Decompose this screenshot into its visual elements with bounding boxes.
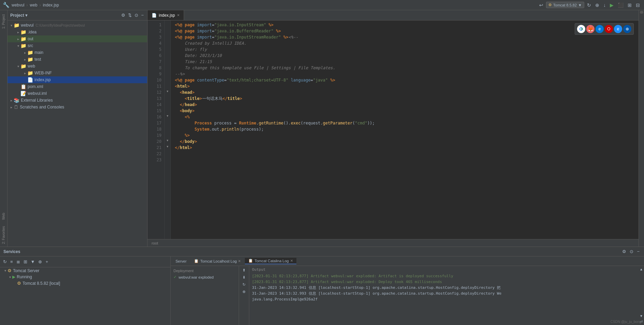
project-tree: ▾ 📁 webvul C:\Users\fly\IdeaProjects\web… xyxy=(8,20,147,247)
minimize-button[interactable]: ⊟ xyxy=(634,2,641,9)
svc-tab-localhost-log[interactable]: 📋 Tomcat Localhost Log ✕ xyxy=(191,258,244,264)
tree-item-src[interactable]: ▾ 📁 src xyxy=(8,42,147,49)
refresh-button[interactable]: ↻ xyxy=(586,2,592,9)
ln-10: 10 xyxy=(148,77,164,83)
tree-item-out[interactable]: ▸ 📁 out xyxy=(8,35,147,42)
vtab-favorites[interactable]: 2: Favorites xyxy=(1,223,6,247)
sidebar-close-btn[interactable]: − xyxy=(140,12,144,18)
tree-arrow-extlib[interactable]: ▸ xyxy=(9,99,14,102)
edge-icon[interactable]: ⊕ xyxy=(623,25,631,33)
fold-btn-21[interactable]: ▾ xyxy=(165,145,170,151)
tree-item-webinf[interactable]: ▸ 📁 WEB-INF xyxy=(8,70,147,76)
code-content[interactable]: <%@ page import="java.io.InputStream" %>… xyxy=(171,20,639,239)
back-button[interactable]: ↩ xyxy=(538,2,545,9)
svc-tab-catalina-log-close[interactable]: ✕ xyxy=(290,259,293,263)
titlebar-sep2: › xyxy=(39,3,41,8)
output-line-3: 31-Jan-2023 14:13:32.941 信息 [localhost-s… xyxy=(252,285,636,291)
svc-group-btn[interactable]: ⊞ xyxy=(23,258,28,265)
tree-item-extlib[interactable]: ▸ 📚 External Libraries xyxy=(8,97,147,104)
svc-tab-server[interactable]: Server xyxy=(172,258,190,264)
code-line-20: </body> xyxy=(175,138,639,145)
vtab-web[interactable]: Web xyxy=(1,210,6,222)
tree-arrow-webinf[interactable]: ▸ xyxy=(23,71,27,75)
deploy-up-btn[interactable]: ⬆ xyxy=(241,267,247,273)
ie-icon[interactable]: e xyxy=(614,25,622,33)
svc-arrow-tomcatserver[interactable]: ▾ xyxy=(3,269,8,272)
svc-tab-localhost-log-close[interactable]: ✕ xyxy=(238,259,241,263)
folder-icon-webvul: 📁 xyxy=(14,23,19,28)
tree-arrow-web[interactable]: ▾ xyxy=(16,64,20,68)
svc-list-btn[interactable]: ≡ xyxy=(9,258,14,265)
opera-icon[interactable]: O xyxy=(605,25,613,33)
tree-item-webvul[interactable]: ▾ 📁 webvul C:\Users\fly\IdeaProjects\web… xyxy=(8,22,147,29)
services-config-btn[interactable]: ⊙ xyxy=(629,248,634,255)
stop-button[interactable]: ⬛ xyxy=(616,2,625,9)
tree-arrow-scratches[interactable]: ▸ xyxy=(9,105,14,109)
services-title: Services xyxy=(3,249,20,254)
tree-item-test[interactable]: ▸ 📁 test xyxy=(8,56,147,63)
svc-add-btn[interactable]: + xyxy=(44,258,49,265)
scrollbar-thumb[interactable] xyxy=(640,11,643,14)
titlebar-project: webvul xyxy=(12,3,24,8)
output-scroll-down[interactable]: ▼ xyxy=(639,313,644,319)
services-close-btn[interactable]: − xyxy=(636,248,641,255)
sidebar-settings-btn[interactable]: ⚙ xyxy=(121,12,126,18)
code-line-1: <%@ page import="java.io.InputStream" %> xyxy=(175,22,639,28)
chrome-icon[interactable] xyxy=(577,25,585,33)
ln-8: 8 xyxy=(148,65,164,71)
tree-item-main[interactable]: ▸ 📁 main xyxy=(8,49,147,56)
tree-arrow-idea[interactable]: ▸ xyxy=(16,30,20,34)
folder-icon-out: 📁 xyxy=(20,36,26,42)
tree-arrow-test[interactable]: ▸ xyxy=(23,58,27,61)
fold-btn-12[interactable]: ▾ xyxy=(165,89,170,95)
edge-blue-icon[interactable]: e xyxy=(596,25,604,33)
tree-arrow-webvul[interactable]: ▾ xyxy=(9,24,14,27)
tree-item-scratches[interactable]: ▸ 🗒 Scratches and Consoles xyxy=(8,104,147,110)
titlebar-web: web xyxy=(30,3,37,8)
svc-item-tomcat8[interactable]: ⚙ Tomcat 8.5.82 [local] xyxy=(0,280,170,286)
tree-item-indexjsp[interactable]: 📄 index.jsp xyxy=(8,76,147,83)
services-settings-btn[interactable]: ⚙ xyxy=(621,248,627,255)
tree-item-pomxml[interactable]: 📋 pom.xml xyxy=(8,83,147,90)
editor-tab-indexjsp[interactable]: 📄 index.jsp ✕ xyxy=(148,10,184,20)
maximize-button[interactable]: ⊞ xyxy=(626,2,633,9)
running-icon: ▶ xyxy=(12,275,15,279)
code-line-14: </head> xyxy=(175,102,639,108)
svc-arrow-running[interactable]: ▾ xyxy=(8,275,12,279)
folder-icon-webinf: 📁 xyxy=(27,70,33,76)
tree-item-web[interactable]: ▾ 📁 web xyxy=(8,63,147,70)
firefox-icon[interactable]: 🦊 xyxy=(586,25,594,33)
tree-item-webvuliml[interactable]: 📝 webvul.iml xyxy=(8,90,147,97)
tomcat-selector[interactable]: ⚙ Tomcat 8.5.82 ▼ xyxy=(546,2,584,8)
tree-arrow-src[interactable]: ▾ xyxy=(16,44,20,48)
svc-restart-btn[interactable]: ↻ xyxy=(2,258,8,265)
add-config-button[interactable]: ⊕ xyxy=(594,2,601,9)
svc-filter-btn[interactable]: ▼ xyxy=(30,258,36,265)
deploy-down-btn[interactable]: ⬇ xyxy=(241,275,247,280)
vtab-project[interactable]: 1: Project xyxy=(1,12,6,31)
tab-close-indexjsp[interactable]: ✕ xyxy=(177,13,180,17)
deploy-check-icon: ✓ xyxy=(173,275,177,279)
svc-item-tomcatserver[interactable]: ▾ ⚙ Tomcat Server xyxy=(0,267,170,274)
run-button[interactable]: ▶ xyxy=(608,2,615,9)
svc-tab-catalina-log-label: Tomcat Catalina Log xyxy=(254,259,289,263)
sidebar-title: Project ▾ xyxy=(10,13,119,18)
sidebar-gear-btn[interactable]: ⊙ xyxy=(134,12,139,18)
download-button[interactable]: ↓ xyxy=(602,2,607,9)
output-line-2: [2023-01-31 02:13:23,877] Artifact webvu… xyxy=(252,279,636,285)
fold-btn-20[interactable]: ▾ xyxy=(165,138,170,145)
ln-2: 2 xyxy=(148,28,164,34)
deploy-refresh-btn[interactable]: ↻ xyxy=(241,282,247,287)
fold-btn-16[interactable]: ▾ xyxy=(165,114,170,120)
tree-arrow-out[interactable]: ▸ xyxy=(16,37,20,41)
svc-tab-catalina-log[interactable]: 📋 Tomcat Catalina Log ✕ xyxy=(245,258,296,264)
tree-label-scratches: Scratches and Consoles xyxy=(20,105,64,109)
deploy-action-btn[interactable]: ⊕ xyxy=(241,289,247,295)
svc-list2-btn[interactable]: ≣ xyxy=(15,258,21,265)
svc-item-running[interactable]: ▾ ▶ Running xyxy=(0,274,170,280)
tree-arrow-main[interactable]: ▸ xyxy=(23,51,27,55)
output-scroll-up[interactable]: ▲ xyxy=(639,267,644,272)
sidebar-sort-btn[interactable]: ⇅ xyxy=(127,12,132,18)
svc-expand-btn[interactable]: ⊕ xyxy=(37,258,43,265)
tree-item-idea[interactable]: ▸ 📁 .idea xyxy=(8,29,147,35)
